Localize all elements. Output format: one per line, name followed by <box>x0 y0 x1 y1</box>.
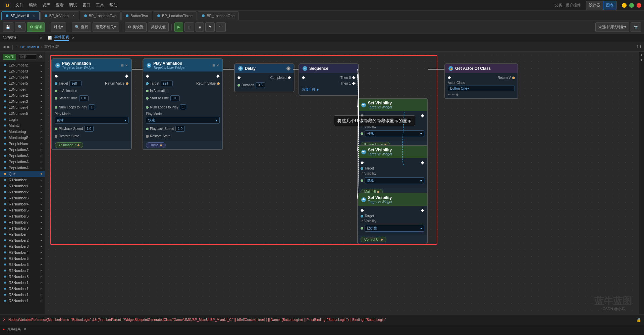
target-pin[interactable] <box>55 82 57 85</box>
tab-close-icon[interactable]: ✕ <box>72 14 75 17</box>
menu-tools[interactable]: 工具 <box>96 2 104 8</box>
return-value-pin[interactable] <box>217 82 220 85</box>
in-visibility-pin[interactable] <box>361 179 363 182</box>
in-visibility-dropdown[interactable]: 可视 ▾ <box>365 130 424 137</box>
designer-button[interactable]: 设计器 <box>586 1 603 10</box>
play-button[interactable]: ▶ <box>174 22 183 32</box>
num-loops-value[interactable]: 1 <box>180 104 186 110</box>
target-pin[interactable] <box>361 215 363 218</box>
undo-icon[interactable]: ↩ <box>448 93 450 96</box>
save-button[interactable]: 💾 <box>3 22 13 32</box>
panel-item[interactable]: R2Number3▸ <box>0 243 45 249</box>
panel-item[interactable]: R3Number1▸ <box>0 298 45 304</box>
stop-button[interactable]: ■ <box>196 22 204 32</box>
panel-item[interactable]: PopulationA▸ <box>0 165 45 171</box>
panel-item[interactable]: R2Number▸ <box>0 231 45 237</box>
maximize-button[interactable] <box>629 3 634 8</box>
num-loops-value[interactable]: 1 <box>89 104 95 110</box>
debug-target-dropdown[interactable]: 未选中调试对象▾ <box>595 22 629 32</box>
tab-close-icon[interactable]: ✕ <box>33 14 35 17</box>
right-panel-arrow-down[interactable]: ▼ <box>640 58 643 62</box>
breadcrumb-forward-icon[interactable]: ▶ <box>7 45 10 49</box>
panel-item[interactable]: L3Number3▸ <box>0 98 45 104</box>
play-animation-node-2[interactable]: ▶ Play Animation Target is User Widget ⊞… <box>143 58 223 150</box>
exec-in-pin[interactable] <box>361 209 364 212</box>
control-ui-btn[interactable]: Control UI <box>361 237 386 242</box>
panel-item[interactable]: Login▸ <box>0 116 45 123</box>
panel-item[interactable]: R2Number8▸ <box>0 274 45 280</box>
panel-item[interactable]: R2Number2▸ <box>0 237 45 243</box>
tab-bp-locationone[interactable]: BP_LocationOne <box>198 11 239 20</box>
hide-irrelevant-button[interactable]: 隐藏不相关▾ <box>93 22 119 32</box>
start-time-value[interactable]: 0.0 <box>170 95 180 101</box>
panel-item[interactable]: PeopleNum▸ <box>0 141 45 147</box>
set-visibility-node-2[interactable]: 👁 Set Visibility Target is Widget Target <box>357 145 428 197</box>
right-panel-arrow-up[interactable]: ▲ <box>640 53 643 57</box>
playback-speed-value[interactable]: 1.0 <box>84 126 94 132</box>
in-visibility-dropdown[interactable]: 已折叠 ▾ <box>365 225 424 232</box>
tab-bp-locationthree[interactable]: BP_LocationThree <box>153 11 197 20</box>
in-visibility-dropdown[interactable]: 隐藏 ▾ <box>365 177 424 184</box>
panel-item[interactable]: R1Number6▸ <box>0 213 45 219</box>
panel-item[interactable]: R1Number3▸ <box>0 195 45 201</box>
close-button[interactable] <box>637 3 641 8</box>
canvas-area[interactable]: ▶ Play Animation Target is User Widget ⊞… <box>45 52 639 314</box>
target-value[interactable]: self <box>161 81 173 86</box>
panel-item[interactable]: R3Number1▸ <box>0 292 45 298</box>
target-pin[interactable] <box>146 82 149 85</box>
playback-speed-pin[interactable] <box>146 128 149 130</box>
panel-item[interactable]: R3Number1▸ <box>0 286 45 292</box>
num-loops-pin[interactable] <box>55 106 57 109</box>
set-visibility-node-3[interactable]: 👁 Set Visibility Target is Widget Target <box>357 193 428 244</box>
panel-item[interactable]: MainUI▸ <box>0 123 45 129</box>
tab-buttontwo[interactable]: ButtonTwo <box>121 11 152 20</box>
search-input[interactable] <box>18 54 37 59</box>
menu-help[interactable]: 帮助 <box>109 2 117 8</box>
event-graph-tab-label[interactable]: 事件图表 <box>54 35 69 41</box>
graph-button[interactable]: 图表 <box>603 1 616 10</box>
breadcrumb-back-icon[interactable]: ◀ <box>3 45 5 49</box>
exec-out-pin[interactable] <box>421 161 424 164</box>
in-animation-pin[interactable] <box>146 90 149 92</box>
drop-icon[interactable]: ⊕ <box>456 93 459 96</box>
target-value[interactable]: self <box>69 81 82 86</box>
menu-asset[interactable]: 资产 <box>42 2 50 8</box>
panel-item[interactable]: L3Number5▸ <box>0 110 45 116</box>
pause-button[interactable]: ⏸ <box>184 22 194 32</box>
play-animation-node-1[interactable]: ▶ Play Animation Target is User Widget ⊞… <box>51 58 132 150</box>
menu-window[interactable]: 窗口 <box>83 2 91 8</box>
camera-button[interactable]: 📷 <box>631 22 641 32</box>
find-button[interactable]: 🔍 查找 <box>72 22 91 32</box>
diff-button[interactable]: 对比▾ <box>51 22 66 32</box>
minimize-button[interactable] <box>622 3 627 8</box>
delay-node[interactable]: ⏱ Delay i Completed Duration 0.5 <box>234 63 294 92</box>
exec-out-pin[interactable] <box>421 209 424 212</box>
breadcrumb-blueprint[interactable]: BP_MianUI <box>20 45 39 49</box>
exec-out-pin[interactable] <box>125 75 128 78</box>
then0-pin[interactable] <box>352 76 356 80</box>
exec-in-pin[interactable] <box>448 76 451 80</box>
panel-item[interactable]: L3Number▸ <box>0 86 45 92</box>
menu-edit[interactable]: 编辑 <box>29 2 37 8</box>
panel-item[interactable]: L3Number4▸ <box>0 104 45 110</box>
type-settings-button[interactable]: ⚙ 类设置 <box>125 22 147 32</box>
panel-item[interactable]: Monitoring▸ <box>0 129 45 135</box>
panel-item[interactable]: MonitoringS▸ <box>0 135 45 141</box>
panel-item[interactable]: R1Number5▸ <box>0 207 45 213</box>
play-mode-dropdown[interactable]: 前锋 ▾ <box>55 117 128 124</box>
start-time-value[interactable]: 0.0 <box>79 95 89 101</box>
exec-in-pin[interactable] <box>237 76 241 80</box>
tab-bp-mianui[interactable]: BP_MianUI ✕ <box>1 11 40 20</box>
panel-item[interactable]: R1Number4▸ <box>0 201 45 207</box>
start-time-pin[interactable] <box>146 97 149 100</box>
exec-in-pin[interactable] <box>302 76 305 80</box>
in-visibility-pin[interactable] <box>361 132 363 135</box>
panel-item[interactable]: R2Number4▸ <box>0 249 45 255</box>
panel-item[interactable]: PopulationA▸ <box>0 153 45 159</box>
panel-item[interactable]: R1Number1▸ <box>0 183 45 189</box>
in-animation-pin[interactable] <box>55 90 57 92</box>
return-value-pin[interactable] <box>126 82 128 85</box>
panel-item[interactable]: R1Number2▸ <box>0 189 45 195</box>
actor-class-dropdown[interactable]: Button One▾ <box>448 86 515 91</box>
exec-out-pin[interactable] <box>216 75 220 78</box>
